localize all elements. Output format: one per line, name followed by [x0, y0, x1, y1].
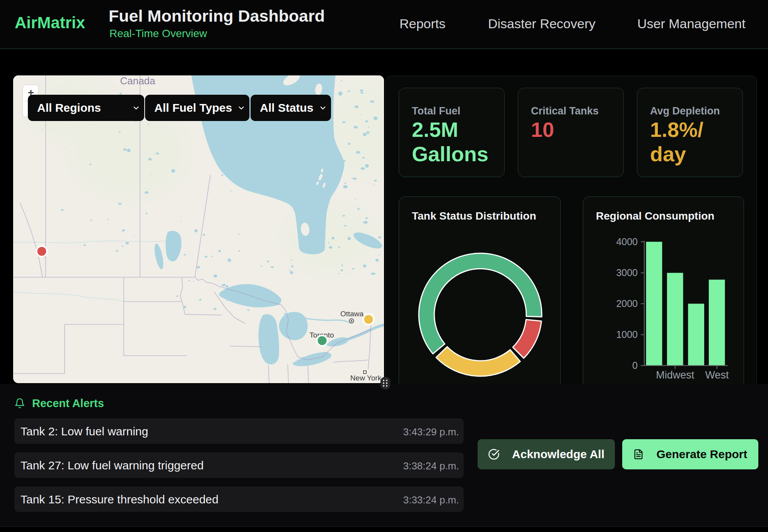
svg-text:4000: 4000 [616, 236, 638, 247]
svg-text:West: West [705, 369, 729, 381]
svg-text:2000: 2000 [616, 298, 638, 309]
svg-text:Canada: Canada [120, 75, 155, 87]
svg-text:1000: 1000 [616, 329, 638, 340]
svg-text:Ottawa: Ottawa [340, 310, 364, 318]
svg-text:0: 0 [632, 360, 638, 371]
svg-text:New York: New York [350, 374, 382, 382]
svg-text:Midwest: Midwest [656, 369, 695, 381]
svg-text:3000: 3000 [616, 267, 638, 278]
